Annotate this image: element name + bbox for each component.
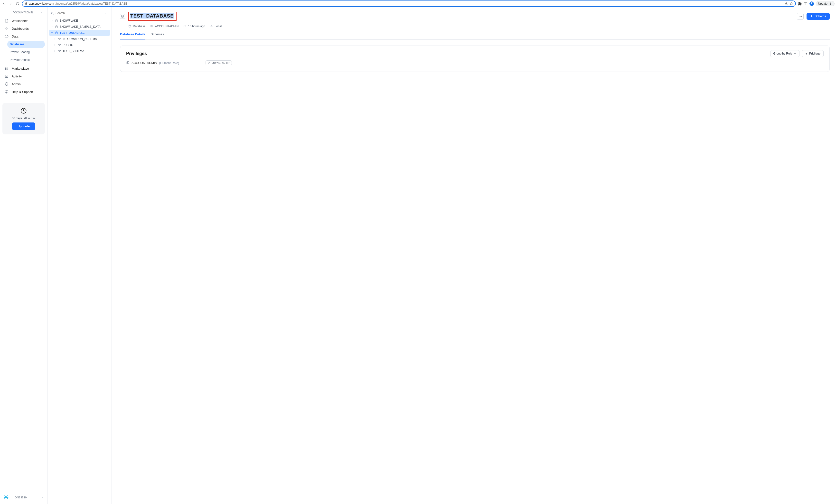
svg-rect-29 bbox=[58, 50, 59, 51]
browser-update-button[interactable]: Update bbox=[816, 1, 835, 6]
page-title: TEST_DATABASE bbox=[130, 13, 174, 19]
tab-database-details[interactable]: Database Details bbox=[120, 30, 145, 39]
meta-age: 16 hours ago bbox=[183, 25, 205, 28]
svg-point-40 bbox=[151, 25, 152, 26]
group-by-role-button[interactable]: Group by Role bbox=[770, 50, 799, 57]
privilege-row[interactable]: ACCOUNTADMIN (Current Role) OWNERSHIP bbox=[126, 60, 823, 65]
nav-provider-studio[interactable]: Provider Studio bbox=[7, 56, 45, 63]
tree-item-public[interactable]: PUBLIC bbox=[49, 42, 110, 48]
bookmark-star-icon[interactable] bbox=[790, 2, 793, 5]
svg-rect-2 bbox=[804, 2, 807, 5]
schema-icon bbox=[58, 43, 61, 46]
reload-button[interactable] bbox=[15, 1, 20, 6]
dashboard-icon bbox=[4, 26, 9, 31]
tree-item-information-schema[interactable]: INFORMATION_SCHEMA bbox=[49, 36, 110, 42]
chevron-right-icon bbox=[53, 38, 56, 40]
upload-icon bbox=[210, 25, 213, 28]
nav-dashboards[interactable]: Dashboards bbox=[2, 25, 45, 32]
account-switcher[interactable]: ACCOUNTADMIN bbox=[2, 10, 45, 15]
tree-item-test-schema[interactable]: TEST_SCHEMA bbox=[49, 48, 110, 54]
add-privilege-button[interactable]: Privilege bbox=[802, 50, 823, 57]
nav-worksheets[interactable]: Worksheets bbox=[2, 17, 45, 25]
extensions-icon[interactable] bbox=[798, 2, 802, 6]
add-schema-label: Schema bbox=[815, 14, 826, 18]
sidebar-footer[interactable]: DN23519 bbox=[2, 493, 45, 502]
role-icon bbox=[150, 25, 154, 28]
nav-databases[interactable]: Databases bbox=[7, 41, 45, 48]
nav-data-submenu: Databases Private Sharing Provider Studi… bbox=[7, 41, 45, 63]
separator bbox=[12, 495, 12, 500]
tree-item-label: TEST_DATABASE bbox=[60, 31, 84, 35]
tree-item-sample-data[interactable]: SNOWFLAKE_SAMPLE_DATA bbox=[49, 24, 110, 30]
svg-rect-27 bbox=[60, 44, 61, 44]
svg-rect-30 bbox=[60, 50, 61, 51]
privilege-note: (Current Role) bbox=[159, 61, 179, 65]
svg-line-16 bbox=[53, 14, 54, 14]
svg-point-19 bbox=[108, 13, 108, 13]
privileges-card: Privileges Group by Role Privilege ACCOU… bbox=[120, 45, 830, 72]
search-input[interactable] bbox=[56, 12, 102, 15]
left-sidebar: ACCOUNTADMIN Worksheets Dashboards Data … bbox=[0, 7, 48, 504]
document-icon bbox=[4, 19, 9, 23]
tabs: Database Details Schemas bbox=[120, 30, 830, 40]
schema-icon bbox=[58, 38, 61, 40]
database-icon bbox=[55, 19, 58, 22]
tree-more-button[interactable] bbox=[104, 10, 110, 16]
plus-icon bbox=[810, 15, 813, 18]
chevron-down-icon bbox=[41, 496, 44, 499]
database-tree-panel: SNOWFLAKE SNOWFLAKE_SAMPLE_DATA TEST_DAT… bbox=[48, 7, 112, 504]
svg-point-4 bbox=[830, 2, 831, 3]
tab-schemas[interactable]: Schemas bbox=[151, 30, 164, 39]
svg-point-22 bbox=[56, 32, 57, 32]
tree-item-test-database[interactable]: TEST_DATABASE bbox=[49, 30, 110, 36]
chevron-right-icon bbox=[53, 44, 56, 46]
back-button[interactable] bbox=[1, 1, 6, 6]
svg-point-17 bbox=[106, 13, 106, 13]
url-bar[interactable]: app.snowflake.com/fuoqnpa/dn23519/#/data… bbox=[22, 0, 796, 7]
svg-rect-25 bbox=[59, 39, 60, 40]
svg-rect-26 bbox=[58, 44, 59, 44]
nav-marketplace[interactable]: Marketplace bbox=[2, 64, 45, 72]
role-icon bbox=[126, 61, 130, 64]
share-icon[interactable] bbox=[785, 2, 788, 5]
url-host: app.snowflake.com bbox=[29, 2, 54, 5]
add-schema-button[interactable]: Schema bbox=[806, 13, 830, 20]
account-role-label: ACCOUNTADMIN bbox=[13, 11, 38, 14]
nav-label: Activity bbox=[12, 75, 22, 78]
nav-activity[interactable]: Activity bbox=[2, 72, 45, 80]
nav-private-sharing[interactable]: Private Sharing bbox=[7, 49, 45, 56]
chevron-down-icon bbox=[794, 52, 796, 55]
clock-icon bbox=[20, 108, 27, 114]
shield-icon bbox=[4, 82, 9, 86]
more-actions-button[interactable] bbox=[797, 13, 804, 20]
svg-rect-31 bbox=[59, 52, 60, 52]
svg-rect-10 bbox=[7, 29, 8, 30]
svg-rect-8 bbox=[7, 27, 8, 28]
plus-icon bbox=[805, 52, 808, 55]
nav-label: Admin bbox=[12, 82, 21, 86]
help-icon bbox=[4, 90, 9, 94]
svg-point-6 bbox=[830, 4, 831, 5]
panel-icon[interactable] bbox=[804, 2, 808, 6]
svg-point-35 bbox=[801, 16, 802, 16]
chevron-right-icon bbox=[51, 25, 53, 28]
chevron-down-icon bbox=[51, 32, 53, 34]
upgrade-button[interactable]: Upgrade bbox=[12, 122, 35, 130]
tree-search[interactable] bbox=[49, 10, 104, 17]
tree-item-label: SNOWFLAKE_SAMPLE_DATA bbox=[60, 25, 100, 28]
privileges-title: Privileges bbox=[126, 51, 147, 56]
svg-point-33 bbox=[799, 16, 799, 16]
tree-item-snowflake[interactable]: SNOWFLAKE bbox=[49, 18, 110, 24]
nav-admin[interactable]: Admin bbox=[2, 80, 45, 88]
profile-avatar[interactable]: E bbox=[810, 1, 814, 6]
database-icon bbox=[55, 32, 58, 34]
nav-data[interactable]: Data bbox=[2, 32, 45, 40]
key-icon bbox=[208, 62, 210, 64]
chevron-right-icon bbox=[51, 19, 53, 22]
forward-button[interactable] bbox=[8, 1, 13, 6]
page-title-highlight: TEST_DATABASE bbox=[128, 12, 176, 21]
url-path: /fuoqnpa/dn23519/#/data/databases/TEST_D… bbox=[56, 2, 127, 5]
nav-help[interactable]: Help & Support bbox=[2, 88, 45, 96]
nav-label: Dashboards bbox=[12, 27, 29, 31]
database-icon bbox=[55, 25, 58, 28]
